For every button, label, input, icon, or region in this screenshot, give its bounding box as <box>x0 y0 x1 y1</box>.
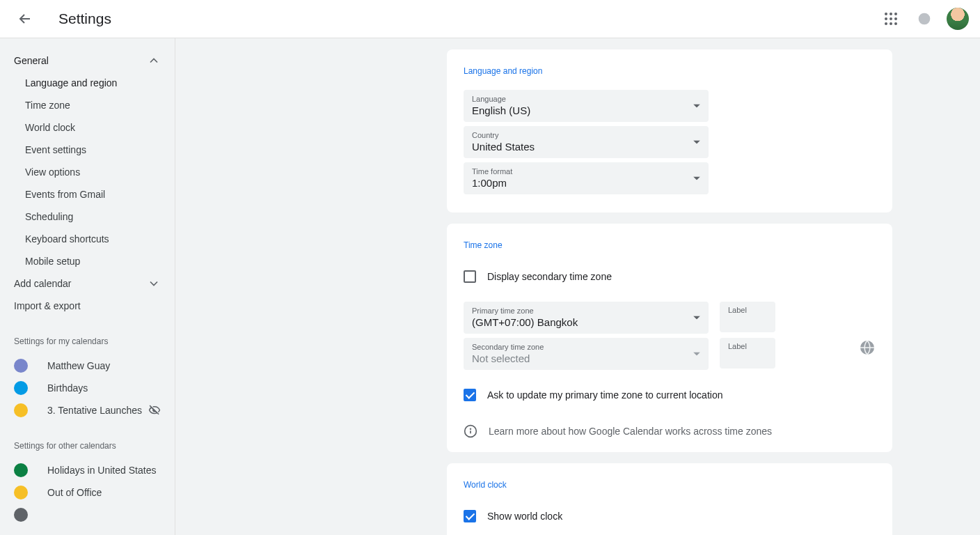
sidebar-item-label: Mobile setup <box>25 256 80 267</box>
svg-point-0 <box>885 13 887 15</box>
info-icon <box>464 424 477 438</box>
sidebar-section-import-export[interactable]: Import & export <box>0 295 175 317</box>
calendar-item[interactable]: Matthew Guay <box>0 355 175 377</box>
svg-point-1 <box>890 13 892 15</box>
select-label: Country <box>472 130 700 140</box>
input-label: Label <box>728 342 747 350</box>
checkbox-label: Show world clock <box>487 511 562 522</box>
sidebar-section-general[interactable]: General <box>0 49 175 72</box>
calendar-item[interactable]: Out of Office <box>0 481 175 504</box>
svg-point-4 <box>890 17 892 20</box>
calendar-color-dot <box>14 486 28 499</box>
card-title: World clock <box>447 480 892 490</box>
sidebar-item-label: World clock <box>25 122 75 133</box>
app-header: Settings <box>0 0 980 38</box>
calendar-color-dot <box>14 381 28 395</box>
page-title: Settings <box>58 10 111 27</box>
secondary-tz-label-input[interactable]: Label <box>720 338 775 369</box>
card-title: Language and region <box>447 66 892 76</box>
sidebar-item-timezone[interactable]: Time zone <box>0 94 175 116</box>
svg-point-5 <box>894 17 897 20</box>
back-button[interactable] <box>11 5 39 33</box>
sidebar-item-label: View options <box>25 166 80 178</box>
show-world-clock-row: Show world clock <box>447 504 892 529</box>
sidebar-item-world-clock[interactable]: World clock <box>0 116 175 139</box>
timeformat-select[interactable]: Time format 1:00pm <box>464 162 709 194</box>
sidebar-item-label: Time zone <box>25 100 70 111</box>
apps-grid-icon <box>885 13 897 25</box>
svg-point-13 <box>471 428 471 429</box>
sidebar-item-view-options[interactable]: View options <box>0 161 175 183</box>
chevron-up-icon <box>147 54 161 68</box>
other-calendars-header: Settings for other calendars <box>0 441 175 451</box>
calendar-color-dot <box>14 463 28 477</box>
sidebar-item-mobile-setup[interactable]: Mobile setup <box>0 250 175 272</box>
svg-point-2 <box>894 13 897 15</box>
select-value: English (US) <box>472 104 700 118</box>
input-label: Label <box>728 306 747 314</box>
select-value: United States <box>472 140 700 154</box>
language-select[interactable]: Language English (US) <box>464 90 709 122</box>
calendar-item[interactable]: Holidays in United States <box>0 459 175 481</box>
secondary-tz-checkbox-row: Display secondary time zone <box>447 264 892 289</box>
dropdown-arrow-icon <box>693 316 700 320</box>
sidebar-item-keyboard-shortcuts[interactable]: Keyboard shortcuts <box>0 228 175 250</box>
card-title: Time zone <box>447 240 892 250</box>
visibility-off-icon <box>148 404 161 417</box>
tz-learn-more-row: Learn more about how Google Calendar wor… <box>447 416 892 438</box>
dropdown-arrow-icon <box>693 104 700 108</box>
swap-tz-button[interactable] <box>859 339 876 356</box>
select-value: Not selected <box>472 352 700 366</box>
card-timezone: Time zone Display secondary time zone Pr… <box>447 224 892 452</box>
calendar-item[interactable] <box>0 504 175 526</box>
dropdown-arrow-icon <box>693 352 700 356</box>
sidebar-item-events-gmail[interactable]: Events from Gmail <box>0 183 175 206</box>
sidebar-item-language-region[interactable]: Language and region <box>0 72 175 94</box>
calendar-name: Holidays in United States <box>47 465 161 476</box>
show-world-clock-checkbox[interactable] <box>464 510 476 522</box>
sidebar-section-add-calendar[interactable]: Add calendar <box>0 272 175 295</box>
my-calendars-header: Settings for my calendars <box>0 336 175 346</box>
card-world-clock: World clock Show world clock Time zone (… <box>447 463 892 535</box>
calendar-name: Birthdays <box>47 382 161 394</box>
globe-swap-icon <box>859 339 876 356</box>
sidebar-item-scheduling[interactable]: Scheduling <box>0 206 175 228</box>
secondary-tz-select[interactable]: Secondary time zone Not selected <box>464 338 709 370</box>
notifications-button[interactable] <box>910 5 938 33</box>
sidebar-item-label: Events from Gmail <box>25 189 105 200</box>
select-label: Secondary time zone <box>472 342 700 352</box>
secondary-tz-checkbox[interactable] <box>464 270 476 283</box>
sidebar-section-label: Import & export <box>14 300 81 311</box>
svg-point-6 <box>885 22 887 25</box>
select-label: Time format <box>472 166 700 176</box>
select-label: Primary time zone <box>472 306 700 316</box>
dropdown-arrow-icon <box>693 177 700 180</box>
calendar-color-dot <box>14 403 28 417</box>
card-language-region: Language and region Language English (US… <box>447 49 892 212</box>
calendar-color-dot <box>14 508 28 522</box>
sidebar-item-label: Keyboard shortcuts <box>25 233 109 245</box>
checkbox-label: Ask to update my primary time zone to cu… <box>487 389 722 401</box>
country-select[interactable]: Country United States <box>464 126 709 158</box>
select-value: (GMT+07:00) Bangkok <box>472 316 700 329</box>
apps-button[interactable] <box>877 5 905 33</box>
arrow-left-icon <box>17 10 33 27</box>
sidebar-section-label: Add calendar <box>14 278 72 289</box>
calendar-item[interactable]: Birthdays <box>0 377 175 399</box>
sidebar-item-event-settings[interactable]: Event settings <box>0 139 175 161</box>
sidebar-item-label: Language and region <box>25 77 117 88</box>
calendar-name: Out of Office <box>47 487 161 498</box>
primary-tz-select[interactable]: Primary time zone (GMT+07:00) Bangkok <box>464 302 709 334</box>
primary-tz-label-input[interactable]: Label <box>720 302 775 332</box>
sidebar-section-label: General <box>14 55 49 66</box>
svg-point-8 <box>894 22 897 25</box>
chevron-down-icon <box>147 277 161 290</box>
sidebar-item-label: Event settings <box>25 144 86 155</box>
tz-learn-more-link[interactable]: Learn more about how Google Calendar wor… <box>489 426 772 437</box>
svg-point-9 <box>919 13 931 25</box>
calendar-item[interactable]: 3. Tentative Launches <box>0 399 175 421</box>
ask-update-tz-checkbox[interactable] <box>464 389 476 401</box>
calendar-name: Matthew Guay <box>47 360 161 371</box>
settings-main: Language and region Language English (US… <box>175 38 980 535</box>
account-avatar[interactable] <box>947 8 969 30</box>
